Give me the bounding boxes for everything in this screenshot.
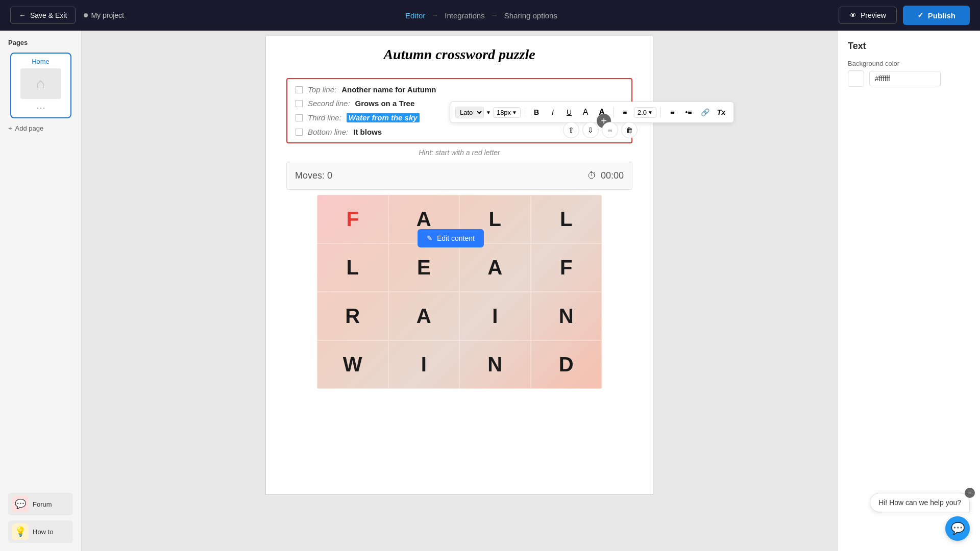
clue-text-2: Grows on a Tree <box>355 99 415 108</box>
chat-open-button[interactable]: 💬 <box>945 516 970 541</box>
clue-label-1: Top line: <box>308 85 336 94</box>
project-name: My project <box>84 11 124 19</box>
chat-bubble-wrapper: − Hi! How can we help you? <box>870 493 970 512</box>
chevron-font-icon: ▼ <box>486 110 491 115</box>
align-button[interactable]: ≡ <box>618 105 632 119</box>
puzzle-title: Autumn crossword puzzle <box>266 36 653 68</box>
clue-label-3: Third line: <box>308 113 341 122</box>
moves-display: Moves: 0 <box>295 170 332 181</box>
cell-N-2[interactable]: N <box>459 340 531 389</box>
cell-E[interactable]: E <box>388 243 460 292</box>
main-layout: Pages Home ⌂ ⋯ + Add page 💬 Forum 💡 How … <box>0 31 980 551</box>
link-button[interactable]: 🔗 <box>698 105 712 119</box>
cell-W[interactable]: W <box>317 340 388 389</box>
font-size-value: 18px <box>497 109 511 116</box>
forum-icon: 💬 <box>12 496 29 512</box>
canvas-wrapper: Autumn crossword puzzle Lato ▼ 18px ▼ B … <box>265 36 653 495</box>
background-color-section: Background color <box>848 60 970 87</box>
panel-title: Text <box>848 41 970 52</box>
block-controls: ⇧ ⇩ ⎓ 🗑 <box>563 122 638 138</box>
italic-button[interactable]: I <box>546 105 560 119</box>
dot-icon <box>84 13 88 17</box>
edit-content-button[interactable]: ✎ Edit content <box>418 229 484 247</box>
text-toolbar: Lato ▼ 18px ▼ B I U A A ≡ 2.0 ▼ <box>450 102 734 123</box>
arrow-icon-1: → <box>431 11 438 19</box>
save-exit-button[interactable]: ← Save & Exit <box>10 7 76 24</box>
forum-label: Forum <box>33 500 52 508</box>
top-navigation: ← Save & Exit My project Editor → Integr… <box>0 0 980 31</box>
cell-F[interactable]: F <box>531 243 602 292</box>
move-down-button[interactable]: ⇩ <box>582 122 599 138</box>
line-height-control[interactable]: 2.0 ▼ <box>634 107 656 118</box>
right-panel: Text Background color <box>837 31 980 551</box>
chevron-lh-icon: ▼ <box>648 110 653 115</box>
cell-L-2[interactable]: L <box>531 195 602 243</box>
cell-I-2[interactable]: I <box>388 340 460 389</box>
text-color-button[interactable]: A <box>578 105 593 119</box>
pages-title: Pages <box>8 39 28 46</box>
clue-checkbox-4[interactable] <box>296 129 303 136</box>
color-swatch[interactable] <box>848 70 864 87</box>
publish-button[interactable]: ✓ Publish <box>903 6 970 25</box>
clue-text-4: It blows <box>353 128 382 136</box>
cell-N-1[interactable]: N <box>531 292 602 340</box>
clue-checkbox-1[interactable] <box>296 86 303 93</box>
color-input[interactable] <box>869 71 941 86</box>
page-card-home[interactable]: Home ⌂ ⋯ <box>10 53 71 118</box>
chat-close-button[interactable]: − <box>965 488 975 498</box>
nav-step-integrations[interactable]: Integrations <box>445 11 484 20</box>
preview-label: Preview <box>861 11 886 19</box>
add-page-button[interactable]: + Add page <box>8 124 43 132</box>
toolbar-divider-1 <box>525 107 525 117</box>
canvas-area: Autumn crossword puzzle Lato ▼ 18px ▼ B … <box>82 31 837 551</box>
cell-A-2[interactable]: A <box>459 243 531 292</box>
bg-color-label: Background color <box>848 60 970 67</box>
topnav-right: 👁 Preview ✓ Publish <box>839 6 970 25</box>
edit-content-label: Edit content <box>437 234 475 242</box>
duplicate-button[interactable]: ⎓ <box>602 122 618 138</box>
underline-button[interactable]: U <box>562 105 576 119</box>
page-home-label: Home <box>32 58 50 65</box>
cell-L-3[interactable]: L <box>317 243 388 292</box>
topnav-center: Editor → Integrations → Sharing options <box>405 11 557 20</box>
crossword-grid[interactable]: F A L L L E A F R A I N W I N D <box>317 195 602 389</box>
cell-A-3[interactable]: A <box>388 292 460 340</box>
nav-step-editor[interactable]: Editor <box>405 11 425 20</box>
arrow-icon-2: → <box>491 11 498 19</box>
line-height-value: 2.0 <box>638 109 647 116</box>
chevron-size-icon: ▼ <box>512 110 517 115</box>
page-options-icon[interactable]: ⋯ <box>36 102 45 113</box>
font-size-control[interactable]: 18px ▼ <box>493 107 521 118</box>
list-unordered-button[interactable]: •≡ <box>681 105 696 119</box>
clear-format-button[interactable]: Tx <box>714 105 728 119</box>
eye-icon: 👁 <box>849 11 856 19</box>
cell-I[interactable]: I <box>459 292 531 340</box>
moves-label: Moves: <box>295 170 325 181</box>
cell-D[interactable]: D <box>531 340 602 389</box>
cell-F-red[interactable]: F <box>317 195 388 243</box>
bold-button[interactable]: B <box>529 105 544 119</box>
clue-label-2: Second line: <box>308 99 350 108</box>
delete-button[interactable]: 🗑 <box>621 122 638 138</box>
back-arrow-icon: ← <box>19 11 26 19</box>
nav-step-sharing[interactable]: Sharing options <box>504 11 557 20</box>
list-ordered-button[interactable]: ≡ <box>665 105 679 119</box>
font-family-select[interactable]: Lato <box>455 107 484 118</box>
clue-text-1: Another name for Autumn <box>341 85 436 94</box>
clue-checkbox-2[interactable] <box>296 100 303 107</box>
home-thumb-icon: ⌂ <box>36 76 45 92</box>
checkmark-icon: ✓ <box>917 11 924 20</box>
sidebar-forum-item[interactable]: 💬 Forum <box>8 493 73 515</box>
cell-R[interactable]: R <box>317 292 388 340</box>
hint-text: Hint: start with a red letter <box>266 148 653 157</box>
chat-bubble: Hi! How can we help you? <box>870 493 970 512</box>
move-up-button[interactable]: ⇧ <box>563 122 579 138</box>
preview-button[interactable]: 👁 Preview <box>839 7 897 24</box>
sidebar-howto-item[interactable]: 💡 How to <box>8 520 73 543</box>
publish-label: Publish <box>928 11 955 20</box>
clue-checkbox-3[interactable] <box>296 114 303 121</box>
color-row <box>848 70 970 87</box>
save-exit-label: Save & Exit <box>30 11 67 19</box>
timer-display: ⏱ 00:00 <box>587 170 624 181</box>
plus-icon: + <box>8 124 12 132</box>
